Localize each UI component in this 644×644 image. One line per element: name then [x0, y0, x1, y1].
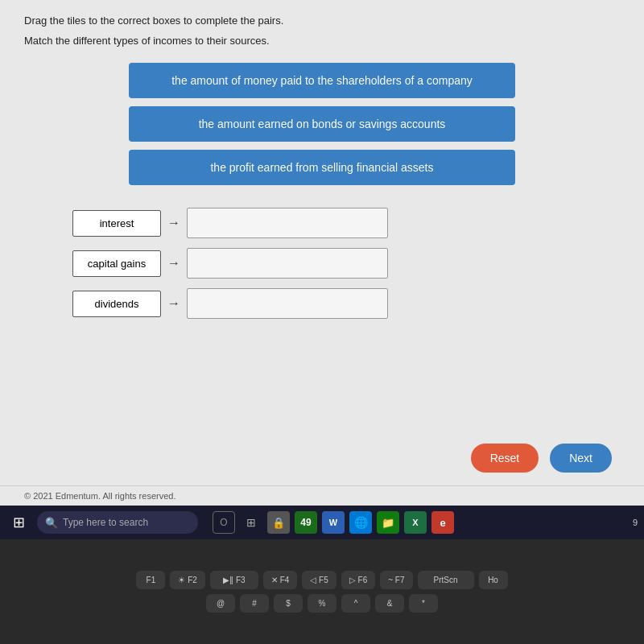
key-dollar[interactable]: $ [274, 594, 303, 613]
key-star[interactable]: * [409, 594, 438, 613]
drop-box-interest[interactable] [187, 208, 388, 238]
source-dividends: dividends [72, 291, 161, 317]
next-button[interactable]: Next [550, 444, 612, 473]
tile-3[interactable]: the profit earned from selling financial… [129, 150, 515, 185]
taskbar-icon-ie[interactable]: e [431, 511, 454, 534]
reset-button[interactable]: Reset [471, 444, 539, 473]
key-f7[interactable]: ~ F7 [380, 571, 412, 589]
search-icon: 🔍 [45, 517, 58, 529]
key-f3[interactable]: ▶‖ F3 [210, 571, 258, 589]
pair-row-dividends: dividends → [72, 288, 620, 319]
taskbar-time: 9 [633, 518, 638, 527]
search-placeholder[interactable]: Type here to search [63, 517, 148, 528]
key-ho[interactable]: Ho [479, 571, 508, 589]
key-hash[interactable]: # [240, 594, 269, 613]
key-f1[interactable]: F1 [136, 571, 165, 589]
instructions-subtitle: Match the different types of incomes to … [24, 35, 620, 47]
tiles-container: the amount of money paid to the sharehol… [24, 63, 620, 185]
key-percent[interactable]: % [308, 594, 336, 613]
keyboard-area: F1 ☀ F2 ▶‖ F3 ✕ F4 ◁ F5 ▷ F6 ~ F7 PrtScn… [0, 539, 644, 644]
drop-box-dividends[interactable] [187, 288, 388, 319]
arrow-capital-gains: → [167, 256, 180, 270]
taskbar-icon-lock[interactable]: 🔒 [267, 511, 290, 534]
taskbar-icons: O ⊞ 🔒 49 W 🌐 📁 X e [213, 511, 454, 534]
main-content: Drag the tiles to the correct boxes to c… [0, 0, 644, 485]
taskbar: ⊞ 🔍 Type here to search O ⊞ 🔒 49 W 🌐 📁 X… [0, 506, 644, 539]
taskbar-icon-edge[interactable]: 🌐 [349, 511, 372, 534]
key-f4[interactable]: ✕ F4 [263, 571, 297, 589]
pairs-container: interest → capital gains → dividends → [72, 208, 620, 319]
key-ampersand[interactable]: & [375, 594, 404, 613]
source-capital-gains: capital gains [72, 250, 161, 277]
taskbar-icon-word[interactable]: W [322, 511, 345, 534]
taskbar-icon-file[interactable]: 49 [295, 511, 317, 534]
arrow-interest: → [167, 216, 180, 230]
taskbar-icon-excel[interactable]: X [404, 511, 427, 534]
instructions-title: Drag the tiles to the correct boxes to c… [24, 14, 620, 27]
key-f6[interactable]: ▷ F6 [341, 571, 375, 589]
pair-row-capital-gains: capital gains → [72, 248, 620, 279]
key-f2[interactable]: ☀ F2 [170, 571, 204, 589]
key-caret[interactable]: ^ [341, 594, 370, 613]
key-at[interactable]: @ [206, 594, 235, 613]
key-prtscn[interactable]: PrtScn [418, 571, 474, 589]
buttons-row: Reset Next [24, 444, 612, 473]
keys-container: F1 ☀ F2 ▶‖ F3 ✕ F4 ◁ F5 ▷ F6 ~ F7 PrtScn… [12, 571, 632, 613]
taskbar-right: 9 [633, 518, 638, 527]
keyboard-row-1: F1 ☀ F2 ▶‖ F3 ✕ F4 ◁ F5 ▷ F6 ~ F7 PrtScn… [12, 571, 632, 589]
arrow-dividends: → [167, 296, 180, 311]
search-wrapper: 🔍 Type here to search [37, 511, 198, 534]
start-button[interactable]: ⊞ [6, 510, 31, 535]
drop-box-capital-gains[interactable] [187, 248, 388, 279]
key-f5[interactable]: ◁ F5 [302, 571, 336, 589]
footer: © 2021 Edmentum. All rights reserved. [0, 485, 644, 506]
taskbar-icon-o[interactable]: O [213, 511, 235, 534]
copyright-text: © 2021 Edmentum. All rights reserved. [24, 491, 175, 501]
tile-1[interactable]: the amount of money paid to the sharehol… [129, 63, 515, 98]
source-interest: interest [72, 210, 161, 237]
taskbar-icon-grid[interactable]: ⊞ [240, 511, 262, 534]
keyboard-row-2: @ # $ % ^ & * [12, 594, 632, 613]
taskbar-icon-folder[interactable]: 📁 [377, 511, 399, 534]
pair-row-interest: interest → [72, 208, 620, 238]
tile-2[interactable]: the amount earned on bonds or savings ac… [129, 106, 515, 142]
